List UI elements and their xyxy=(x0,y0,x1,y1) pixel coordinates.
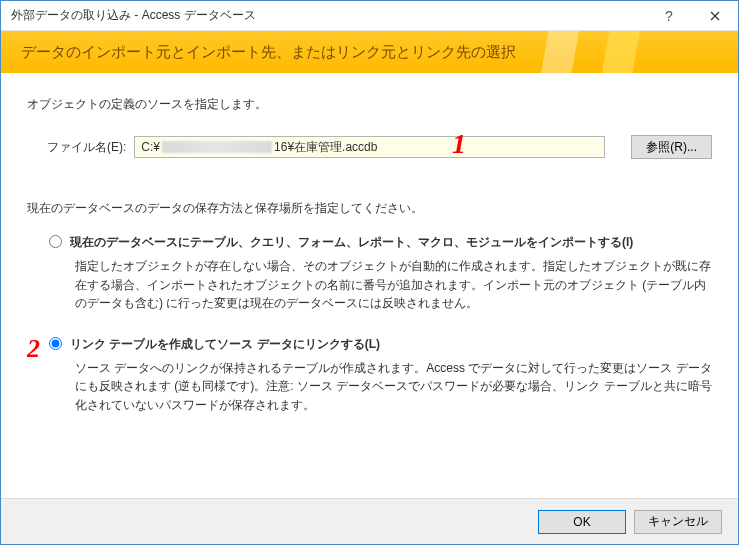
option-link-label: リンク テーブルを作成してソース データにリンクする(L) xyxy=(70,335,380,353)
option-import[interactable]: 現在のデータベースにテーブル、クエリ、フォーム、レポート、マクロ、モジュールをイ… xyxy=(49,233,712,251)
option-import-radio[interactable] xyxy=(49,235,62,248)
close-icon xyxy=(710,11,720,21)
file-row: ファイル名(E): C:¥ 16¥在庫管理.accdb 1 参照(R)... xyxy=(47,135,712,159)
ok-button[interactable]: OK xyxy=(538,510,626,534)
browse-button[interactable]: 参照(R)... xyxy=(631,135,712,159)
source-prompt: オブジェクトの定義のソースを指定します。 xyxy=(27,95,712,113)
dialog-footer: OK キャンセル xyxy=(1,498,738,544)
close-button[interactable] xyxy=(692,1,738,31)
banner-title: データのインポート元とインポート先、またはリンク元とリンク先の選択 xyxy=(21,43,516,62)
option-import-desc: 指定したオブジェクトが存在しない場合、そのオブジェクトが自動的に作成されます。指… xyxy=(75,257,712,313)
file-path-prefix: C:¥ xyxy=(141,138,160,156)
dialog-content: オブジェクトの定義のソースを指定します。 ファイル名(E): C:¥ 16¥在庫… xyxy=(1,73,738,498)
annotation-1: 1 xyxy=(452,123,466,165)
annotation-2: 2 xyxy=(27,329,40,368)
option-link-desc: ソース データへのリンクが保持されるテーブルが作成されます。Access でデー… xyxy=(75,359,712,415)
cancel-button[interactable]: キャンセル xyxy=(634,510,722,534)
dialog-window: 外部データの取り込み - Access データベース ? データのインポート元と… xyxy=(0,0,739,545)
help-button[interactable]: ? xyxy=(646,1,692,31)
file-path-input[interactable]: C:¥ 16¥在庫管理.accdb xyxy=(134,136,605,158)
file-label: ファイル名(E): xyxy=(47,138,126,156)
window-title: 外部データの取り込み - Access データベース xyxy=(11,7,646,24)
file-path-suffix: 16¥在庫管理.accdb xyxy=(274,138,377,156)
titlebar: 外部データの取り込み - Access データベース ? xyxy=(1,1,738,31)
file-path-redacted xyxy=(162,141,272,153)
option-link[interactable]: 2 リンク テーブルを作成してソース データにリンクする(L) xyxy=(49,335,712,353)
header-banner: データのインポート元とインポート先、またはリンク元とリンク先の選択 xyxy=(1,31,738,73)
option-link-radio[interactable] xyxy=(49,337,62,350)
option-import-label: 現在のデータベースにテーブル、クエリ、フォーム、レポート、マクロ、モジュールをイ… xyxy=(70,233,633,251)
storage-instruction: 現在のデータベースのデータの保存方法と保存場所を指定してください。 xyxy=(27,199,712,217)
